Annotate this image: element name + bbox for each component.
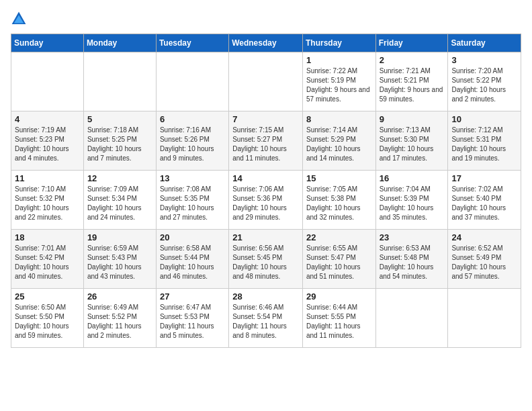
header-sunday: Sunday — [11, 34, 84, 52]
day-number: 6 — [160, 114, 225, 124]
day-info: Sunrise: 6:44 AMSunset: 5:55 PMDaylight:… — [306, 303, 372, 340]
day-number: 3 — [451, 55, 517, 65]
day-number: 15 — [306, 173, 372, 183]
calendar-cell: 5Sunrise: 7:18 AMSunset: 5:25 PMDaylight… — [83, 111, 156, 171]
day-number: 12 — [87, 173, 152, 183]
day-info: Sunrise: 7:10 AMSunset: 5:32 PMDaylight:… — [15, 185, 80, 222]
calendar-cell: 20Sunrise: 6:58 AMSunset: 5:44 PMDayligh… — [156, 230, 228, 289]
day-info: Sunrise: 7:13 AMSunset: 5:30 PMDaylight:… — [380, 126, 445, 163]
day-info: Sunrise: 7:16 AMSunset: 5:26 PMDaylight:… — [160, 126, 225, 163]
day-number: 2 — [380, 55, 445, 65]
day-info: Sunrise: 7:14 AMSunset: 5:29 PMDaylight:… — [306, 126, 372, 163]
calendar-cell — [375, 289, 448, 348]
day-info: Sunrise: 6:46 AMSunset: 5:54 PMDaylight:… — [232, 303, 299, 340]
day-number: 23 — [380, 232, 445, 242]
calendar-cell: 16Sunrise: 7:04 AMSunset: 5:39 PMDayligh… — [375, 171, 448, 230]
day-info: Sunrise: 7:21 AMSunset: 5:21 PMDaylight:… — [380, 66, 445, 104]
day-info: Sunrise: 6:53 AMSunset: 5:48 PMDaylight:… — [380, 244, 445, 281]
calendar-cell — [11, 52, 84, 111]
day-info: Sunrise: 7:18 AMSunset: 5:25 PMDaylight:… — [87, 126, 152, 163]
calendar-table: SundayMondayTuesdayWednesdayThursdayFrid… — [11, 34, 521, 348]
header — [11, 11, 521, 27]
header-thursday: Thursday — [302, 34, 375, 52]
day-info: Sunrise: 6:58 AMSunset: 5:44 PMDaylight:… — [160, 244, 225, 281]
calendar-cell: 26Sunrise: 6:49 AMSunset: 5:52 PMDayligh… — [83, 289, 156, 348]
day-info: Sunrise: 7:15 AMSunset: 5:27 PMDaylight:… — [232, 126, 299, 163]
calendar-header-row: SundayMondayTuesdayWednesdayThursdayFrid… — [11, 34, 521, 52]
header-monday: Monday — [83, 34, 156, 52]
calendar-cell: 22Sunrise: 6:55 AMSunset: 5:47 PMDayligh… — [302, 230, 375, 289]
calendar-cell: 9Sunrise: 7:13 AMSunset: 5:30 PMDaylight… — [375, 111, 448, 171]
calendar-cell: 6Sunrise: 7:16 AMSunset: 5:26 PMDaylight… — [156, 111, 228, 171]
calendar-week-row: 4Sunrise: 7:19 AMSunset: 5:23 PMDaylight… — [11, 111, 521, 171]
calendar-cell: 18Sunrise: 7:01 AMSunset: 5:42 PMDayligh… — [11, 230, 84, 289]
calendar-cell: 15Sunrise: 7:05 AMSunset: 5:38 PMDayligh… — [302, 171, 375, 230]
day-number: 11 — [15, 173, 80, 183]
calendar-cell: 25Sunrise: 6:50 AMSunset: 5:50 PMDayligh… — [11, 289, 84, 348]
logo-icon — [11, 11, 27, 27]
day-info: Sunrise: 7:22 AMSunset: 5:19 PMDaylight:… — [306, 66, 372, 104]
calendar-cell — [156, 52, 228, 111]
calendar-week-row: 25Sunrise: 6:50 AMSunset: 5:50 PMDayligh… — [11, 289, 521, 348]
calendar-cell — [448, 289, 521, 348]
calendar-cell: 17Sunrise: 7:02 AMSunset: 5:40 PMDayligh… — [448, 171, 521, 230]
calendar-cell: 10Sunrise: 7:12 AMSunset: 5:31 PMDayligh… — [448, 111, 521, 171]
day-info: Sunrise: 6:49 AMSunset: 5:52 PMDaylight:… — [87, 303, 152, 340]
calendar-week-row: 1Sunrise: 7:22 AMSunset: 5:19 PMDaylight… — [11, 52, 521, 111]
logo — [11, 11, 30, 27]
calendar-cell: 14Sunrise: 7:06 AMSunset: 5:36 PMDayligh… — [229, 171, 303, 230]
day-number: 8 — [306, 114, 372, 124]
day-number: 21 — [232, 232, 299, 242]
calendar-cell: 27Sunrise: 6:47 AMSunset: 5:53 PMDayligh… — [156, 289, 228, 348]
calendar-cell: 1Sunrise: 7:22 AMSunset: 5:19 PMDaylight… — [302, 52, 375, 111]
calendar-cell: 13Sunrise: 7:08 AMSunset: 5:35 PMDayligh… — [156, 171, 228, 230]
day-info: Sunrise: 7:05 AMSunset: 5:38 PMDaylight:… — [306, 185, 372, 222]
calendar-cell: 12Sunrise: 7:09 AMSunset: 5:34 PMDayligh… — [83, 171, 156, 230]
day-number: 20 — [160, 232, 225, 242]
day-number: 27 — [160, 291, 225, 302]
calendar-cell: 8Sunrise: 7:14 AMSunset: 5:29 PMDaylight… — [302, 111, 375, 171]
day-number: 1 — [306, 55, 372, 65]
day-info: Sunrise: 7:04 AMSunset: 5:39 PMDaylight:… — [380, 185, 445, 222]
header-wednesday: Wednesday — [229, 34, 303, 52]
day-info: Sunrise: 7:20 AMSunset: 5:22 PMDaylight:… — [451, 66, 517, 104]
day-info: Sunrise: 7:09 AMSunset: 5:34 PMDaylight:… — [87, 185, 152, 222]
day-number: 4 — [15, 114, 80, 124]
day-info: Sunrise: 6:56 AMSunset: 5:45 PMDaylight:… — [232, 244, 299, 281]
day-number: 18 — [15, 232, 80, 242]
day-info: Sunrise: 7:12 AMSunset: 5:31 PMDaylight:… — [451, 126, 517, 163]
day-info: Sunrise: 6:59 AMSunset: 5:43 PMDaylight:… — [87, 244, 152, 281]
calendar-cell — [83, 52, 156, 111]
calendar-cell: 29Sunrise: 6:44 AMSunset: 5:55 PMDayligh… — [302, 289, 375, 348]
day-number: 16 — [380, 173, 445, 183]
day-info: Sunrise: 7:19 AMSunset: 5:23 PMDaylight:… — [15, 126, 80, 163]
day-number: 29 — [306, 291, 372, 302]
calendar-cell — [229, 52, 303, 111]
day-info: Sunrise: 6:47 AMSunset: 5:53 PMDaylight:… — [160, 303, 225, 340]
calendar-cell: 24Sunrise: 6:52 AMSunset: 5:49 PMDayligh… — [448, 230, 521, 289]
calendar-cell: 28Sunrise: 6:46 AMSunset: 5:54 PMDayligh… — [229, 289, 303, 348]
calendar-cell: 23Sunrise: 6:53 AMSunset: 5:48 PMDayligh… — [375, 230, 448, 289]
calendar-week-row: 11Sunrise: 7:10 AMSunset: 5:32 PMDayligh… — [11, 171, 521, 230]
day-number: 24 — [451, 232, 517, 242]
day-info: Sunrise: 7:01 AMSunset: 5:42 PMDaylight:… — [15, 244, 80, 281]
day-number: 13 — [160, 173, 225, 183]
header-saturday: Saturday — [448, 34, 521, 52]
calendar-cell: 21Sunrise: 6:56 AMSunset: 5:45 PMDayligh… — [229, 230, 303, 289]
day-number: 22 — [306, 232, 372, 242]
day-info: Sunrise: 6:50 AMSunset: 5:50 PMDaylight:… — [15, 303, 80, 340]
day-number: 14 — [232, 173, 299, 183]
day-number: 17 — [451, 173, 517, 183]
day-info: Sunrise: 6:55 AMSunset: 5:47 PMDaylight:… — [306, 244, 372, 281]
calendar-cell: 19Sunrise: 6:59 AMSunset: 5:43 PMDayligh… — [83, 230, 156, 289]
calendar-cell: 3Sunrise: 7:20 AMSunset: 5:22 PMDaylight… — [448, 52, 521, 111]
day-number: 26 — [87, 291, 152, 302]
header-friday: Friday — [375, 34, 448, 52]
day-number: 9 — [380, 114, 445, 124]
day-info: Sunrise: 7:08 AMSunset: 5:35 PMDaylight:… — [160, 185, 225, 222]
day-number: 25 — [15, 291, 80, 302]
calendar-cell: 4Sunrise: 7:19 AMSunset: 5:23 PMDaylight… — [11, 111, 84, 171]
day-info: Sunrise: 6:52 AMSunset: 5:49 PMDaylight:… — [451, 244, 517, 281]
calendar-week-row: 18Sunrise: 7:01 AMSunset: 5:42 PMDayligh… — [11, 230, 521, 289]
day-number: 10 — [451, 114, 517, 124]
